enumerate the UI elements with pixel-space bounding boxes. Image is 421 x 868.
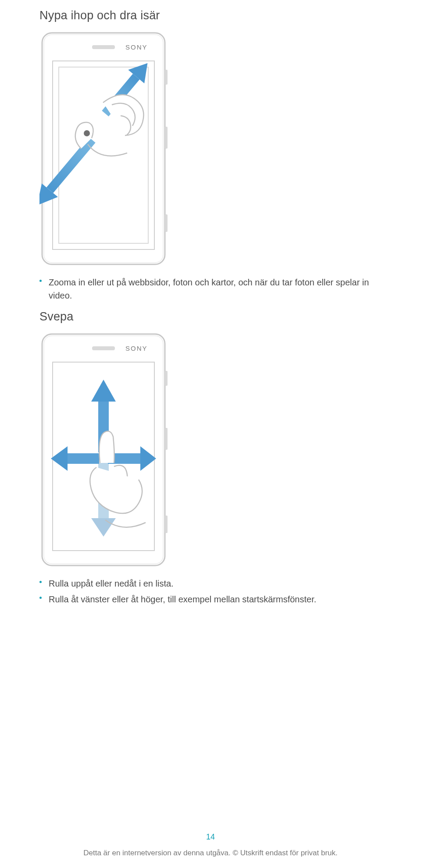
swipe-bullet-2: Rulla åt vänster eller åt höger, till ex… (39, 593, 382, 606)
pinch-bullet-1-text: Zooma in eller ut på webbsidor, foton oc… (49, 276, 382, 302)
heading-swipe: Svepa (39, 310, 382, 324)
pinch-illustration: SONY (39, 30, 382, 267)
swipe-illustration: SONY (39, 331, 382, 568)
svg-rect-16 (165, 428, 168, 450)
svg-rect-2 (165, 70, 168, 85)
swipe-bullet-2-text: Rulla åt vänster eller åt höger, till ex… (49, 593, 316, 606)
svg-rect-5 (92, 45, 115, 49)
svg-rect-15 (165, 371, 168, 386)
heading-pinch: Nypa ihop och dra isär (39, 9, 382, 22)
pinch-bullet-1: Zooma in eller ut på webbsidor, foton oc… (39, 276, 382, 302)
swipe-bullet-1-text: Rulla uppåt eller nedåt i en lista. (49, 577, 174, 590)
bullet-icon (39, 597, 42, 599)
svg-rect-24 (64, 453, 99, 464)
svg-rect-4 (165, 214, 168, 232)
bullet-icon (39, 280, 42, 282)
svg-rect-17 (165, 516, 168, 533)
svg-rect-3 (165, 127, 168, 149)
footer-disclaimer: Detta är en internetversion av denna utg… (0, 849, 421, 857)
svg-rect-18 (92, 346, 115, 350)
brand-text: SONY (125, 345, 148, 352)
brand-text: SONY (125, 43, 148, 51)
svg-point-12 (84, 130, 90, 136)
swipe-bullet-1: Rulla uppåt eller nedåt i en lista. (39, 577, 382, 590)
page-number: 14 (0, 832, 421, 842)
bullet-icon (39, 581, 42, 583)
